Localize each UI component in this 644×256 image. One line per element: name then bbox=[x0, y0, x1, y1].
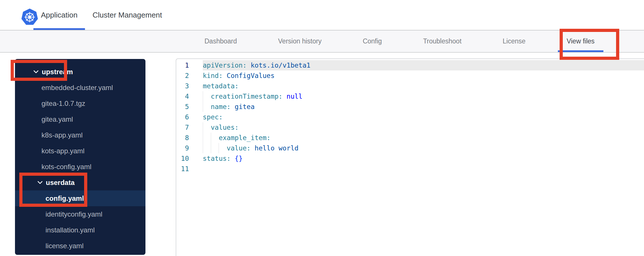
tab-cluster-management-label: Cluster Management bbox=[92, 11, 162, 20]
indent-guide bbox=[203, 102, 203, 112]
tab-application[interactable]: Application bbox=[33, 0, 85, 30]
tree-item-k8s-app-yaml[interactable]: k8s-app.yaml bbox=[15, 127, 145, 143]
line-content: creationTimestamp: null bbox=[203, 91, 644, 102]
tree-item-label: config.yaml bbox=[46, 194, 84, 202]
nav-item-dashboard[interactable]: Dashboard bbox=[196, 30, 246, 52]
tree-item-kots-config-yaml[interactable]: kots-config.yaml bbox=[15, 159, 145, 175]
chevron-down-icon bbox=[37, 181, 43, 184]
indent-guide bbox=[203, 143, 203, 153]
indent-guide bbox=[203, 133, 203, 143]
code-line-8: 8example_item: bbox=[176, 133, 644, 143]
nav-item-config-label: Config bbox=[363, 37, 382, 45]
indent-guide bbox=[219, 143, 219, 153]
line-content: spec: bbox=[203, 112, 644, 122]
tree-item-label: license.yaml bbox=[46, 242, 84, 250]
file-tree-sidebar: upstreamembedded-cluster.yamlgitea-1.0.7… bbox=[15, 59, 145, 255]
nav-item-version-history[interactable]: Version history bbox=[269, 30, 331, 52]
nav-item-license[interactable]: License bbox=[494, 30, 534, 52]
tree-item-label: userdata bbox=[46, 179, 75, 187]
code-line-11: 11 bbox=[176, 164, 644, 174]
code-line-7: 7values: bbox=[176, 122, 644, 133]
code-line-10: 10status: {} bbox=[176, 153, 644, 164]
line-content: name: gitea bbox=[203, 102, 644, 112]
line-number: 2 bbox=[176, 70, 203, 81]
chevron-down-icon bbox=[33, 70, 39, 73]
line-content: apiVersion: kots.io/v1beta1 bbox=[203, 60, 644, 70]
code-line-9: 9value: hello world bbox=[176, 143, 644, 153]
line-number: 8 bbox=[176, 133, 203, 143]
tree-item-label: embedded-cluster.yaml bbox=[41, 84, 113, 92]
code-line-2: 2kind: ConfigValues bbox=[176, 70, 644, 81]
tree-item-label: kots-app.yaml bbox=[41, 147, 84, 155]
code-line-6: 6spec: bbox=[176, 112, 644, 122]
line-content: metadata: bbox=[203, 81, 644, 91]
app-subnav: Dashboard Version history Config Trouble… bbox=[0, 30, 644, 53]
nav-item-config[interactable]: Config bbox=[354, 30, 391, 52]
code-line-1: 1apiVersion: kots.io/v1beta1 bbox=[176, 60, 644, 70]
tree-item-label: installation.yaml bbox=[46, 226, 95, 234]
tree-item-kots-app-yaml[interactable]: kots-app.yaml bbox=[15, 143, 145, 159]
tree-item-label: identityconfig.yaml bbox=[46, 210, 102, 218]
line-number: 1 bbox=[176, 60, 203, 70]
tab-application-label: Application bbox=[41, 11, 77, 20]
line-number: 3 bbox=[176, 81, 203, 91]
nav-item-view-files-label: View files bbox=[567, 37, 595, 45]
tree-item-label: gitea.yaml bbox=[41, 115, 73, 123]
line-content: values: bbox=[203, 122, 644, 133]
code-line-5: 5name: gitea bbox=[176, 102, 644, 112]
line-number: 5 bbox=[176, 102, 203, 112]
line-number: 6 bbox=[176, 112, 203, 122]
code-viewer[interactable]: 1apiVersion: kots.io/v1beta12kind: Confi… bbox=[176, 58, 644, 256]
nav-item-view-files[interactable]: View files bbox=[558, 30, 604, 52]
line-content: status: {} bbox=[203, 153, 644, 164]
top-bar: Application Cluster Management bbox=[0, 0, 644, 30]
tree-item-userdata[interactable]: userdata bbox=[15, 175, 145, 190]
indent-guide bbox=[203, 122, 203, 133]
code-lines: 1apiVersion: kots.io/v1beta12kind: Confi… bbox=[176, 60, 644, 174]
nav-item-version-history-label: Version history bbox=[278, 37, 322, 45]
tree-item-gitea-1-0-7-tgz[interactable]: gitea-1.0.7.tgz bbox=[15, 95, 145, 111]
line-number: 7 bbox=[176, 122, 203, 133]
nav-item-troubleshoot-label: Troubleshoot bbox=[423, 37, 461, 45]
tree-item-gitea-yaml[interactable]: gitea.yaml bbox=[15, 111, 145, 127]
tree-item-label: gitea-1.0.7.tgz bbox=[41, 100, 85, 108]
line-content: example_item: bbox=[203, 133, 644, 143]
indent-guide bbox=[211, 133, 211, 143]
line-number: 11 bbox=[176, 164, 203, 174]
tree-item-label: kots-config.yaml bbox=[41, 163, 91, 171]
code-line-4: 4creationTimestamp: null bbox=[176, 91, 644, 102]
tab-cluster-management[interactable]: Cluster Management bbox=[85, 0, 169, 30]
line-content: value: hello world bbox=[203, 143, 644, 153]
line-content: kind: ConfigValues bbox=[203, 70, 644, 81]
line-number: 10 bbox=[176, 153, 203, 164]
kots-admin-console: Application Cluster Management Dashboard… bbox=[0, 0, 644, 256]
top-tabs: Application Cluster Management bbox=[33, 0, 170, 30]
tree-item-upstream[interactable]: upstream bbox=[15, 64, 145, 80]
tree-item-embedded-cluster-yaml[interactable]: embedded-cluster.yaml bbox=[15, 80, 145, 95]
tree-item-label: k8s-app.yaml bbox=[41, 131, 83, 139]
tree-item-installation-yaml[interactable]: installation.yaml bbox=[15, 222, 145, 238]
tree-item-license-yaml[interactable]: license.yaml bbox=[15, 238, 145, 254]
file-tree: upstreamembedded-cluster.yamlgitea-1.0.7… bbox=[15, 64, 145, 254]
nav-item-dashboard-label: Dashboard bbox=[204, 37, 237, 45]
tree-item-label: upstream bbox=[42, 68, 73, 76]
indent-guide bbox=[211, 143, 211, 153]
code-line-3: 3metadata: bbox=[176, 81, 644, 91]
nav-item-license-label: License bbox=[503, 37, 525, 45]
line-number: 9 bbox=[176, 143, 203, 153]
tree-item-config-yaml[interactable]: config.yaml bbox=[15, 190, 145, 206]
line-content bbox=[203, 164, 644, 174]
tree-item-identityconfig-yaml[interactable]: identityconfig.yaml bbox=[15, 206, 145, 222]
line-number: 4 bbox=[176, 91, 203, 102]
indent-guide bbox=[203, 91, 203, 102]
nav-item-troubleshoot[interactable]: Troubleshoot bbox=[414, 30, 470, 52]
